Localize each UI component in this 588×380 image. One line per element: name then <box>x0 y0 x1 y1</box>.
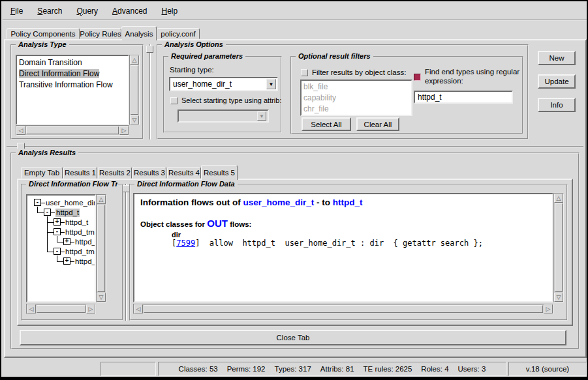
filter-object-class-checkbox[interactable] <box>301 69 308 76</box>
scroll-right-icon[interactable]: ▷ <box>86 304 95 314</box>
data-vscroll[interactable]: △ ▽ <box>553 193 564 302</box>
pane-sash-horizontal[interactable] <box>7 146 583 147</box>
flow-data-title: Direct Information Flow Data <box>134 180 238 188</box>
tree-item[interactable]: user_home_dir_t <box>46 199 96 207</box>
update-button[interactable]: Update <box>538 74 576 89</box>
scroll-right-icon[interactable]: ▷ <box>544 304 553 314</box>
scroll-up-icon[interactable]: △ <box>97 195 106 204</box>
analysis-type-vscroll[interactable]: △ ▽ <box>129 55 140 125</box>
tree-item[interactable]: httpd_tmp_t <box>65 228 96 237</box>
tab-results-1[interactable]: Results 1 <box>63 167 97 179</box>
list-item[interactable]: Domain Transition <box>17 57 128 68</box>
tab-policy-rules[interactable]: Policy Rules <box>80 28 121 39</box>
regex-checkbox-label-line2: expression: <box>425 77 463 85</box>
scroll-down-icon[interactable]: ▽ <box>554 293 563 302</box>
tree-vscroll[interactable]: △ ▽ <box>96 194 106 302</box>
tab-results-2[interactable]: Results 2 <box>98 167 132 179</box>
analysis-type-hscroll[interactable]: ◁ ▷ <box>16 125 129 136</box>
scroll-thumb[interactable] <box>97 205 105 292</box>
new-button[interactable]: New <box>538 51 576 65</box>
pane-sash-vertical[interactable] <box>149 44 151 139</box>
scroll-thumb[interactable] <box>26 126 119 134</box>
tab-results-4[interactable]: Results 4 <box>167 167 201 179</box>
tree-collapse-icon[interactable]: - <box>34 199 41 206</box>
analysis-results-title: Analysis Results <box>16 149 78 156</box>
flow-direction: OUT <box>207 218 228 229</box>
chevron-down-icon: ▼ <box>257 111 266 121</box>
menu-search[interactable]: Search <box>37 7 62 16</box>
starting-type-value: user_home_dir_t <box>173 80 232 89</box>
info-button[interactable]: Info <box>538 98 576 112</box>
chevron-down-icon[interactable]: ▼ <box>266 79 276 89</box>
tree-hscroll[interactable]: ◁ ▷ <box>26 304 96 314</box>
stat-roles: Roles: 4 <box>421 365 448 373</box>
tab-empty[interactable]: Empty Tab <box>21 167 63 179</box>
results-sash-vertical[interactable] <box>125 184 127 321</box>
tree-expand-icon[interactable]: + <box>63 238 70 245</box>
tree-collapse-icon[interactable]: - <box>44 209 51 216</box>
list-item[interactable]: Direct Information Flow <box>17 68 128 80</box>
tab-results-3[interactable]: Results 3 <box>132 167 166 179</box>
select-all-button[interactable]: Select All <box>302 117 351 131</box>
attrib-combobox-disabled <box>178 110 269 123</box>
tree-item[interactable]: httpd_t <box>65 218 88 227</box>
sash-handle[interactable] <box>146 46 153 53</box>
analysis-type-listbox[interactable]: Domain Transition Direct Information Flo… <box>16 55 129 125</box>
tree-item[interactable]: httpd_t <box>75 238 96 246</box>
scroll-thumb[interactable] <box>144 305 543 313</box>
tab-policy-components[interactable]: Policy Components <box>7 28 80 39</box>
attrib-checkbox-label: Select starting type using attrib: <box>181 96 281 104</box>
object-class-listbox: blk_file capability chr_file <box>300 80 412 116</box>
scroll-thumb[interactable] <box>555 203 563 292</box>
end-type: httpd_t <box>333 197 363 207</box>
menu-file[interactable]: File <box>10 7 23 16</box>
tab-analysis[interactable]: Analysis <box>121 26 157 40</box>
list-item: blk_file <box>302 81 411 93</box>
close-tab-button[interactable]: Close Tab <box>20 330 566 345</box>
starting-type-combobox[interactable]: user_home_dir_t <box>169 77 278 91</box>
scroll-down-icon[interactable]: ▽ <box>130 115 139 124</box>
analysis-options-title: Analysis Options <box>162 40 226 48</box>
tree-item[interactable]: httpd_tmpfs_t <box>65 248 96 256</box>
scroll-left-icon[interactable]: ◁ <box>16 126 25 135</box>
start-type: user_home_dir_t <box>243 197 314 207</box>
optional-filters-title: Optional result filters <box>296 52 373 60</box>
tree-item[interactable]: httpd_t <box>75 257 96 266</box>
tree-item[interactable]: httpd_t <box>55 209 80 217</box>
tree-expand-icon[interactable]: + <box>54 218 61 226</box>
stat-types: Types: 317 <box>275 365 311 373</box>
regex-input[interactable] <box>414 91 513 104</box>
flow-tree-title: Direct Information Flow Tree <box>26 180 117 188</box>
regex-checkbox[interactable] <box>414 74 421 81</box>
menu-query[interactable]: Query <box>76 7 98 16</box>
scroll-thumb[interactable] <box>131 65 138 115</box>
tree-collapse-icon[interactable]: - <box>54 248 61 255</box>
tab-results-5[interactable]: Results 5 <box>201 165 238 180</box>
scroll-up-icon[interactable]: △ <box>554 194 563 203</box>
scroll-down-icon[interactable]: ▽ <box>97 293 106 302</box>
tree-collapse-icon[interactable]: - <box>54 228 61 235</box>
stat-users: Users: 3 <box>458 365 486 373</box>
status-version-box: v.18 (source) <box>508 362 587 376</box>
list-item: chr_file <box>302 104 411 115</box>
tree-expand-icon[interactable]: + <box>63 257 70 265</box>
scroll-up-icon[interactable]: △ <box>130 55 139 65</box>
menu-help[interactable]: Help <box>161 7 178 16</box>
rule-number-link[interactable]: 7599 <box>176 239 195 248</box>
menu-advanced[interactable]: Advanced <box>112 7 147 16</box>
clear-all-button[interactable]: Clear All <box>356 117 399 131</box>
scroll-left-icon[interactable]: ◁ <box>134 304 143 314</box>
policy-version: v.18 (source) <box>526 365 569 373</box>
data-hscroll[interactable]: ◁ ▷ <box>133 304 553 314</box>
list-item[interactable]: Transitive Information Flow <box>17 80 128 91</box>
scroll-thumb[interactable] <box>37 305 85 313</box>
scroll-left-icon[interactable]: ◁ <box>27 304 36 314</box>
tab-policy-conf[interactable]: policy.conf <box>157 28 200 39</box>
flow-tree[interactable]: - - + - + - + user_home_dir_t httpd_t ht… <box>26 194 96 302</box>
attrib-checkbox[interactable] <box>170 97 178 104</box>
stat-perms: Perms: 192 <box>227 365 266 373</box>
app-window: File Search Query Advanced Help Policy C… <box>0 0 588 380</box>
starting-type-label: Starting type: <box>170 66 214 74</box>
stat-attribs: Attribs: 81 <box>320 365 354 373</box>
scroll-right-icon[interactable]: ▷ <box>119 126 129 135</box>
